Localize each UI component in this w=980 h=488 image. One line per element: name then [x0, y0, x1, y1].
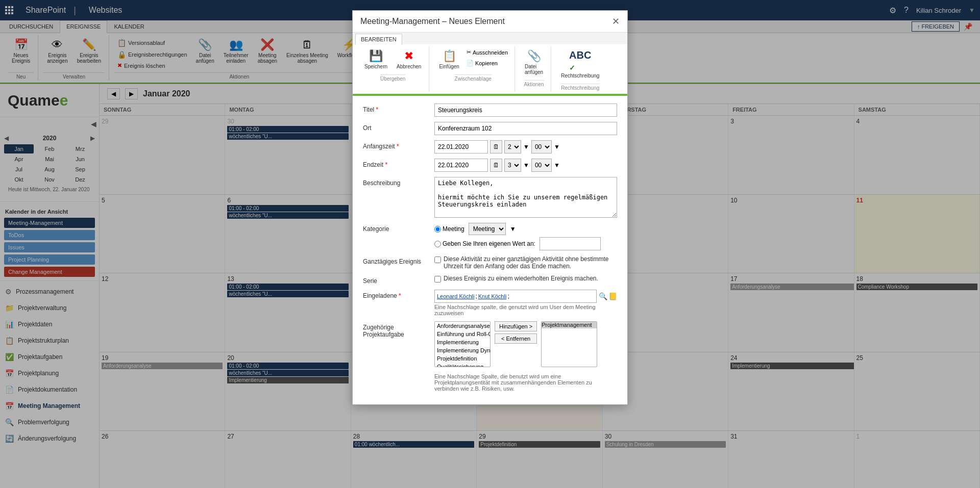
- group-label-uebergeben: Übergeben: [380, 74, 405, 82]
- kategorie-custom-input[interactable]: [540, 237, 601, 250]
- label-serie: Serie: [363, 275, 429, 285]
- modal-body: Titel * Ort Anfangszeit * 🗓: [353, 96, 627, 404]
- cancel-icon: ✖: [404, 49, 413, 63]
- label-eingeladene: Eingeladene *: [363, 290, 429, 299]
- hinzufuegen-button[interactable]: Hinzufügen >: [495, 321, 537, 331]
- form-row-anfangszeit: Anfangszeit * 🗓 2 ▼ 00 ▼: [363, 140, 617, 153]
- kategorie-group: Meeting Meeting ▼: [434, 223, 617, 235]
- form-row-projektaufgabe: Zugehörige Projektaufgabe Anforderungsan…: [363, 321, 617, 367]
- modal-group-aktionen: 📎 Dateianfügen Aktionen: [517, 46, 551, 92]
- label-ort: Ort: [363, 122, 429, 132]
- endzeit-min-select[interactable]: 00: [531, 159, 552, 172]
- modal-group-zwischenablage: 📋 Einfügen ✂ Ausschneiden 📄 Kopieren: [431, 46, 515, 92]
- entfernen-button[interactable]: < Entfernen: [495, 333, 537, 344]
- form-row-info: Eine Nachschlage Spalte, die benutzt wir…: [363, 372, 617, 392]
- projektaufgabe-area: Anforderungsanalyse Einführung und Roll-…: [434, 321, 617, 367]
- projektaufgabe-selected[interactable]: Projektmanagement: [541, 321, 597, 367]
- ausschneiden-button[interactable]: ✂ Ausschneiden: [464, 47, 510, 57]
- form-row-kategorie: Kategorie Meeting Meeting ▼: [363, 223, 617, 235]
- modal-title: Meeting-Management – Neues Element: [360, 17, 505, 26]
- rechtschreibung-button[interactable]: ABC✓ Rechtschreibung: [557, 47, 603, 81]
- radio-meeting-input[interactable]: [434, 226, 441, 233]
- attach-file-icon: 📎: [527, 49, 541, 63]
- serie-group: Dieses Ereignis zu einem wiederholten Er…: [434, 275, 617, 282]
- kategorie-select[interactable]: Meeting: [469, 223, 506, 235]
- modal-ribbon-content: 💾 Speichern ✖ Abbrechen Übergeben: [353, 44, 627, 95]
- label-beschreibung: Beschreibung: [363, 177, 429, 187]
- modal-group-rechtschreibung: ABC✓ Rechtschreibung Rechtschreibung: [553, 46, 607, 92]
- form-row-titel: Titel *: [363, 104, 617, 117]
- endzeit-date-input[interactable]: [434, 159, 488, 172]
- ganztaegig-checkbox[interactable]: [434, 256, 441, 263]
- form-row-kategorie-custom: Geben Sie Ihren eigenen Wert an:: [363, 237, 617, 250]
- cut-icon: ✂: [467, 49, 471, 56]
- radio-custom-input[interactable]: [434, 241, 441, 247]
- lookup-actions: 🔍 📒: [599, 292, 617, 300]
- beschreibung-textarea[interactable]: Liebe Kollegen, hiermit möchte ich Sie z…: [434, 177, 617, 218]
- form-row-beschreibung: Beschreibung Liebe Kollegen, hiermit möc…: [363, 177, 617, 218]
- abbrechen-button[interactable]: ✖ Abbrechen: [393, 47, 425, 71]
- serie-checkbox[interactable]: [434, 276, 441, 282]
- form-row-serie: Serie Dieses Ereignis zu einem wiederhol…: [363, 275, 617, 285]
- person-knut[interactable]: Knut Köchli: [478, 293, 507, 299]
- modal: Meeting-Management – Neues Element ✕ BEA…: [352, 10, 628, 405]
- label-endzeit: Endzeit *: [363, 159, 429, 168]
- form-row-ganztaegig: Ganztägiges Ereignis Diese Aktivität zu …: [363, 255, 617, 270]
- radio-meeting[interactable]: Meeting: [434, 225, 464, 233]
- lookup-search-button[interactable]: 🔍: [599, 292, 607, 300]
- label-kategorie: Kategorie: [363, 223, 429, 233]
- label-projektaufgabe: Zugehörige Projektaufgabe: [363, 321, 429, 338]
- modal-ribbon: BEARBEITEN 💾 Speichern ✖ Abbrechen: [353, 33, 627, 96]
- form-row-endzeit: Endzeit * 🗓 3 ▼ 00 ▼: [363, 159, 617, 172]
- modal-close-button[interactable]: ✕: [612, 16, 620, 27]
- form-row-ort: Ort: [363, 122, 617, 135]
- save-icon: 💾: [369, 49, 383, 63]
- anfangszeit-hour-select[interactable]: 2: [504, 140, 521, 153]
- eingeladene-group: Leonard Köchli ; Knut Köchli ; 🔍 📒 Eine …: [434, 290, 617, 316]
- label-titel: Titel *: [363, 104, 429, 113]
- group-label-rechtschreibung: Rechtschreibung: [561, 84, 599, 91]
- modal-tab-bearbeiten[interactable]: BEARBEITEN: [355, 34, 402, 45]
- form-row-eingeladene: Eingeladene * Leonard Köchli ; Knut Köch…: [363, 290, 617, 316]
- anfangszeit-min-select[interactable]: 00: [531, 140, 552, 153]
- group-label-aktionen-modal: Aktionen: [524, 80, 544, 87]
- ort-input[interactable]: [434, 122, 617, 135]
- endzeit-hour-select[interactable]: 3: [504, 159, 521, 172]
- datei-anfuegen-modal-button[interactable]: 📎 Dateianfügen: [521, 47, 547, 77]
- einfuegen-button[interactable]: 📋 Einfügen: [435, 47, 462, 71]
- anfangszeit-group: 🗓 2 ▼ 00 ▼: [434, 140, 617, 153]
- endzeit-group: 🗓 3 ▼ 00 ▼: [434, 159, 617, 172]
- lookup-address-button[interactable]: 📒: [608, 292, 617, 300]
- anfangszeit-date-input[interactable]: [434, 140, 488, 153]
- kopieren-button[interactable]: 📄 Kopieren: [464, 58, 510, 68]
- radio-custom[interactable]: Geben Sie Ihren eigenen Wert an:: [434, 240, 535, 247]
- modal-title-bar: Meeting-Management – Neues Element ✕: [353, 11, 627, 33]
- label-ganztaegig: Ganztägiges Ereignis: [363, 255, 429, 265]
- projektaufgabe-listbox[interactable]: Anforderungsanalyse Einführung und Roll-…: [434, 321, 491, 367]
- listbox-buttons: Hinzufügen > < Entfernen: [495, 321, 537, 344]
- person-leonard[interactable]: Leonard Köchli: [437, 293, 474, 299]
- eingeladene-info: Eine Nachschlage spalte, die genutzt wir…: [434, 304, 617, 316]
- paste-icon: 📋: [443, 49, 456, 63]
- titel-input[interactable]: [434, 104, 617, 117]
- copy-icon: 📄: [467, 60, 474, 66]
- projektaufgabe-info: Eine Nachschlage Spalte, die benutzt wir…: [434, 373, 617, 392]
- kategorie-custom-group: Geben Sie Ihren eigenen Wert an:: [434, 237, 617, 250]
- serie-text: Dieses Ereignis zu einem wiederholten Er…: [444, 275, 598, 282]
- anfangszeit-calendar-button[interactable]: 🗓: [490, 140, 502, 153]
- ganztaegig-text: Diese Aktivität zu einer ganztägigen Akt…: [444, 255, 617, 270]
- spell-icon: ABC✓: [569, 49, 591, 73]
- modal-overlay[interactable]: Meeting-Management – Neues Element ✕ BEA…: [0, 0, 980, 488]
- modal-group-uebergeben: 💾 Speichern ✖ Abbrechen Übergeben: [357, 46, 429, 92]
- group-label-zwischenablage: Zwischenablage: [455, 74, 492, 82]
- endzeit-calendar-button[interactable]: 🗓: [490, 159, 502, 172]
- speichern-button[interactable]: 💾 Speichern: [361, 47, 391, 71]
- modal-ribbon-tabs: BEARBEITEN: [353, 33, 627, 44]
- ganztaegig-group: Diese Aktivität zu einer ganztägigen Akt…: [434, 255, 617, 270]
- eingeladene-lookup[interactable]: Leonard Köchli ; Knut Köchli ;: [434, 290, 597, 303]
- label-anfangszeit: Anfangszeit *: [363, 140, 429, 150]
